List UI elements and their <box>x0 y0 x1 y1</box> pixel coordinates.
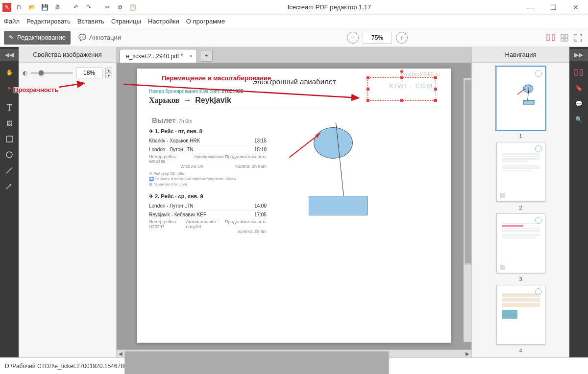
text-tool-icon[interactable]: T <box>0 100 19 116</box>
leg2-row1: London - Лутон LTN14:00 <box>149 202 267 210</box>
thumb-num-3: 3 <box>519 276 522 282</box>
properties-panel: Свойства изображения ◐ ▲▼ <box>19 47 117 357</box>
copy-icon[interactable]: ⧉ <box>115 2 125 12</box>
svg-rect-0 <box>547 35 549 41</box>
opacity-slider[interactable] <box>30 72 73 74</box>
fullscreen-icon[interactable] <box>572 32 584 44</box>
thumb-num-1: 1 <box>519 133 522 139</box>
properties-title: Свойства изображения <box>19 47 116 63</box>
opacity-icon: ◐ <box>23 70 27 76</box>
close-button[interactable]: ✕ <box>564 0 587 15</box>
selection-box[interactable] <box>368 77 436 101</box>
menubar: Файл Редактировать Вставить Страницы Нас… <box>0 15 588 28</box>
print-icon[interactable]: 🖶 <box>52 2 62 12</box>
menu-edit[interactable]: Редактировать <box>26 18 71 25</box>
circle-tool-icon[interactable] <box>0 147 19 163</box>
tab-label: e_ticket.2...2940.pdf * <box>126 53 183 60</box>
app-title: Icecream PDF редактор 1.17 <box>139 3 519 11</box>
search-icon[interactable]: 🔍 <box>569 112 588 127</box>
hand-tool-icon[interactable]: ✋ <box>0 65 19 80</box>
redo-icon[interactable]: ↷ <box>84 2 94 12</box>
pages-panel-icon[interactable] <box>569 65 588 80</box>
svg-rect-12 <box>523 100 534 104</box>
thumb-num-4: 4 <box>519 348 522 353</box>
image-tool-icon[interactable]: 🖼 <box>0 116 19 131</box>
arrow-tool-icon[interactable] <box>0 178 19 194</box>
svg-point-7 <box>6 152 12 158</box>
minimize-button[interactable]: — <box>519 0 542 15</box>
svg-rect-4 <box>561 38 564 41</box>
layover-notes: ◷ Лейовер 22h 50m 🛄 Забрать и повторно з… <box>149 171 439 187</box>
page-thumb-2[interactable] <box>496 142 545 202</box>
callout-move-arrow <box>122 78 363 103</box>
edit-mode-button[interactable]: ✎ Редактирование <box>4 31 71 45</box>
cut-icon[interactable]: ✂ <box>102 2 112 12</box>
line-tool-icon[interactable] <box>0 163 19 178</box>
paste-icon[interactable]: 📋 <box>128 2 138 12</box>
thumb-num-2: 2 <box>519 205 522 210</box>
leg1-title: ✈ 1. Рейс · пт, янв. 8 <box>149 128 439 135</box>
svg-rect-5 <box>565 38 568 41</box>
menu-about[interactable]: О программе <box>186 18 225 25</box>
collapse-right-icon[interactable]: ▶▶ <box>569 49 588 61</box>
titlebar: ✎ 🗋 📂 💾 🖶 ↶ ↷ ✂ ⧉ 📋 Icecream PDF редакто… <box>0 0 588 15</box>
left-tool-strip: ◀◀ ✋ ➤ T 🖼 <box>0 47 19 357</box>
page-thumb-3[interactable] <box>496 213 545 273</box>
undo-icon[interactable]: ↶ <box>71 2 81 12</box>
thumbnails: 1 2 3 4 <box>472 63 569 357</box>
pencil-icon: ✎ <box>9 34 14 41</box>
page-thumb-4[interactable] <box>496 285 545 345</box>
new-icon[interactable]: 🗋 <box>14 2 24 12</box>
rectangle-tool-icon[interactable] <box>0 131 19 147</box>
right-tool-strip: ▶▶ 🔖 💬 🔍 <box>569 47 588 357</box>
opacity-input[interactable] <box>76 68 102 78</box>
tab-close-icon[interactable]: × <box>189 53 193 60</box>
menu-settings[interactable]: Настройки <box>148 18 179 25</box>
canvas[interactable]: www.bestFREE.ru Электронный авиабилет Но… <box>117 63 471 350</box>
zoom-input[interactable] <box>363 32 392 44</box>
zoom-controls: − + <box>347 32 408 44</box>
toolbar: ✎ Редактирование 💬 Аннотации − + <box>0 28 588 47</box>
zoom-in-button[interactable]: + <box>396 32 408 44</box>
opacity-spinner[interactable]: ▲▼ <box>105 68 112 78</box>
svg-rect-14 <box>575 70 577 75</box>
svg-line-13 <box>517 89 525 94</box>
bookmarks-icon[interactable]: 🔖 <box>569 80 588 96</box>
speech-icon: 💬 <box>78 34 86 41</box>
menu-file[interactable]: Файл <box>4 18 20 25</box>
save-icon[interactable]: 💾 <box>40 2 49 12</box>
annotations-label: Аннотации <box>89 34 121 41</box>
comments-icon[interactable]: 💬 <box>569 96 588 112</box>
svg-line-17 <box>123 84 359 98</box>
svg-line-16 <box>59 83 84 87</box>
svg-rect-15 <box>580 70 583 75</box>
zoom-out-button[interactable]: − <box>347 32 359 44</box>
leg1-info: Номер рейса: W94488Авиакомпания:Продолжи… <box>149 154 267 164</box>
menu-pages[interactable]: Страницы <box>111 18 141 25</box>
pointer-tool-icon[interactable]: ➤ <box>0 80 19 96</box>
tab-add-button[interactable]: + <box>200 50 213 62</box>
leg2-title: ✈ 2. Рейс · ср, янв. 9 <box>149 193 439 200</box>
navigation-title: Навигация <box>472 47 569 63</box>
vertical-scrollbar[interactable] <box>464 78 471 342</box>
tab-bar: e_ticket.2...2940.pdf * × + <box>117 47 471 63</box>
page-thumb-1[interactable] <box>496 67 545 130</box>
edit-mode-label: Редактирование <box>17 34 66 41</box>
pdf-page[interactable]: www.bestFREE.ru Электронный авиабилет Но… <box>137 69 451 343</box>
annotations-button[interactable]: 💬 Аннотации <box>74 31 126 45</box>
collapse-left-icon[interactable]: ◀◀ <box>0 49 19 61</box>
document-tab[interactable]: e_ticket.2...2940.pdf * × <box>120 49 197 63</box>
svg-line-8 <box>6 167 12 173</box>
horizontal-scrollbar[interactable]: ◀ ▶ <box>117 350 471 357</box>
departure-title: Вылет7h 0m <box>149 116 439 124</box>
rectangle-shape[interactable] <box>309 196 368 215</box>
fit-width-icon[interactable] <box>545 32 557 44</box>
svg-rect-6 <box>6 136 12 142</box>
svg-rect-3 <box>565 34 568 37</box>
maximize-button[interactable]: ☐ <box>542 0 564 15</box>
svg-rect-2 <box>561 34 564 37</box>
callout-opacity-arrow <box>58 81 87 89</box>
open-icon[interactable]: 📂 <box>27 2 37 12</box>
grid-view-icon[interactable] <box>559 32 570 44</box>
menu-insert[interactable]: Вставить <box>77 18 104 25</box>
